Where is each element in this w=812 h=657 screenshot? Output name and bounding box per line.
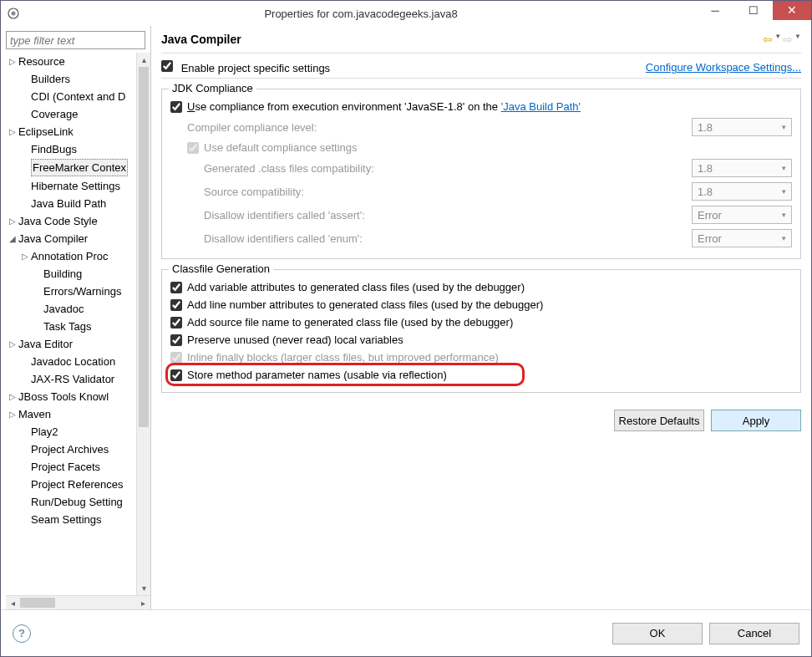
scroll-down-icon[interactable]: ▾ [137, 581, 150, 595]
java-build-path-link[interactable]: 'Java Build Path' [501, 100, 581, 113]
chevron-down-icon: ▾ [782, 123, 786, 131]
tree-item[interactable]: ▷Task Tags [6, 318, 150, 335]
tree-item[interactable]: ▷FindBugs [6, 140, 150, 158]
jdk-legend: JDK Compliance [169, 82, 256, 94]
chevron-down-icon: ▾ [782, 187, 786, 196]
ok-button[interactable]: OK [612, 623, 703, 644]
cancel-button[interactable]: Cancel [709, 623, 799, 644]
tree-item[interactable]: ▷Project References [6, 476, 150, 493]
store-params-checkbox[interactable] [170, 369, 182, 381]
use-env-checkbox[interactable] [170, 101, 182, 113]
tree-item[interactable]: ▷Annotation Proc [6, 247, 150, 265]
page-title: Java Compiler [161, 33, 763, 46]
var-attrs-label: Add variable attributes to generated cla… [187, 281, 792, 293]
tree-item-label: Javadoc [43, 301, 84, 317]
use-env-label: Use compliance from execution environmen… [187, 100, 792, 113]
source-compat-combo: 1.8▾ [692, 182, 792, 201]
maximize-button[interactable]: ☐ [734, 1, 773, 20]
inline-finally-label: Inline finally blocks (larger class file… [187, 351, 792, 364]
tree-item-label: Maven [18, 406, 51, 422]
gen-class-combo: 1.8▾ [692, 159, 792, 177]
tree-item[interactable]: ▷Javadoc Location [6, 353, 150, 370]
tree-arrow-icon[interactable]: ▷ [6, 336, 18, 352]
back-icon[interactable]: ⇦ [763, 33, 773, 46]
tree-item[interactable]: ▷Project Archives [6, 441, 150, 458]
tree-item[interactable]: ▷Run/Debug Setting [6, 493, 150, 511]
tree-item[interactable]: ▷CDI (Context and D [6, 88, 150, 105]
tree-item[interactable]: ▷Coverage [6, 105, 150, 123]
chevron-down-icon: ▾ [782, 211, 786, 219]
enable-specific-checkbox[interactable] [161, 60, 173, 72]
help-icon[interactable]: ? [13, 624, 31, 643]
tree-item[interactable]: ▷Java Build Path [6, 195, 150, 212]
tree-item-label: Resource [18, 53, 65, 69]
tree-item[interactable]: ▷Hibernate Settings [6, 177, 150, 195]
enable-specific-checkbox-label[interactable]: Enable project specific settings [161, 60, 646, 74]
tree-arrow-icon[interactable]: ▷ [6, 389, 18, 405]
tree-item[interactable]: ▷Project Facets [6, 458, 150, 476]
preserve-unused-checkbox[interactable] [170, 334, 182, 346]
tree-item[interactable]: ▷JBoss Tools Knowl [6, 388, 150, 405]
tree-item-label: Java Compiler [18, 231, 88, 247]
tree-item[interactable]: ▷Javadoc [6, 300, 150, 318]
use-defaults-checkbox [187, 142, 199, 154]
tree-item[interactable]: ▷Java Editor [6, 335, 150, 353]
tree-item[interactable]: ▷Java Code Style [6, 212, 150, 230]
var-attrs-checkbox[interactable] [170, 282, 182, 293]
line-attrs-checkbox[interactable] [170, 299, 182, 311]
scroll-thumb[interactable] [139, 67, 149, 427]
filter-input[interactable] [6, 31, 145, 49]
tree-item[interactable]: ▷EclipseLink [6, 123, 150, 140]
enum-combo: Error▾ [692, 229, 792, 247]
classfile-legend: Classfile Generation [169, 262, 273, 275]
configure-workspace-link[interactable]: Configure Workspace Settings... [646, 61, 801, 74]
tree-item[interactable]: ▷Seam Settings [6, 511, 150, 528]
tree-item-label: Project References [31, 476, 124, 492]
restore-defaults-button[interactable]: Restore Defaults [614, 410, 704, 431]
back-menu-icon[interactable]: ▼ [774, 33, 781, 46]
tree-item[interactable]: ▷Building [6, 265, 150, 283]
classfile-group: Classfile Generation Add variable attrib… [161, 269, 801, 393]
nav-tree[interactable]: ▷Resource▷Builders▷CDI (Context and D▷Co… [6, 53, 150, 528]
tree-arrow-icon[interactable]: ▷ [18, 248, 31, 264]
window-title: Properties for com.javacodegeeks.java8 [26, 8, 696, 20]
tree-item-label: EclipseLink [18, 124, 74, 140]
enum-label: Disallow identifiers called 'enum': [204, 232, 692, 245]
source-name-checkbox[interactable] [170, 317, 182, 328]
tree-arrow-icon[interactable]: ▷ [6, 124, 18, 140]
tree-item[interactable]: ▷FreeMarker Contex [6, 158, 150, 177]
preserve-unused-label: Preserve unused (never read) local varia… [187, 334, 792, 346]
scroll-left-icon[interactable]: ◂ [6, 596, 20, 609]
close-button[interactable]: ✕ [773, 1, 811, 20]
tree-item[interactable]: ▷JAX-RS Validator [6, 370, 150, 388]
tree-item[interactable]: ◢Java Compiler [6, 230, 150, 247]
scroll-right-icon[interactable]: ▸ [136, 596, 150, 609]
tree-item[interactable]: ▷Maven [6, 405, 150, 423]
tree-item-label: Java Build Path [31, 196, 106, 211]
tree-arrow-icon[interactable]: ▷ [6, 213, 18, 229]
tree-item[interactable]: ▷Builders [6, 70, 150, 88]
minimize-button[interactable]: ─ [696, 1, 734, 20]
tree-arrow-icon[interactable]: ▷ [6, 406, 18, 422]
tree-item[interactable]: ▷Play2 [6, 423, 150, 441]
scroll-thumb-h[interactable] [20, 598, 55, 608]
jdk-compliance-group: JDK Compliance Use compliance from execu… [161, 89, 801, 259]
tree-item[interactable]: ▷Resource [6, 53, 150, 70]
tree-item[interactable]: ▷Errors/Warnings [6, 283, 150, 300]
apply-button[interactable]: Apply [711, 410, 801, 431]
tree-item-label: Java Editor [18, 336, 73, 352]
tree-arrow-icon[interactable]: ◢ [6, 231, 18, 247]
scroll-up-icon[interactable]: ▴ [137, 53, 150, 67]
nav-arrows: ⇦ ▼ ⇨ ▼ [763, 33, 801, 46]
forward-menu-icon[interactable]: ▼ [794, 33, 801, 46]
tree-item-label: Project Archives [31, 441, 109, 457]
tree-arrow-icon[interactable]: ▷ [6, 53, 18, 69]
titlebar: Properties for com.javacodegeeks.java8 ─… [1, 1, 811, 26]
tree-vertical-scrollbar[interactable]: ▴ ▾ [136, 53, 150, 595]
app-icon [1, 1, 26, 26]
inline-finally-checkbox [170, 352, 182, 364]
tree-horizontal-scrollbar[interactable]: ◂ ▸ [6, 595, 150, 609]
tree-item-label: JAX-RS Validator [31, 371, 114, 387]
gen-class-label: Generated .class files compatibility: [204, 162, 692, 175]
tree-item-label: Building [43, 266, 82, 282]
